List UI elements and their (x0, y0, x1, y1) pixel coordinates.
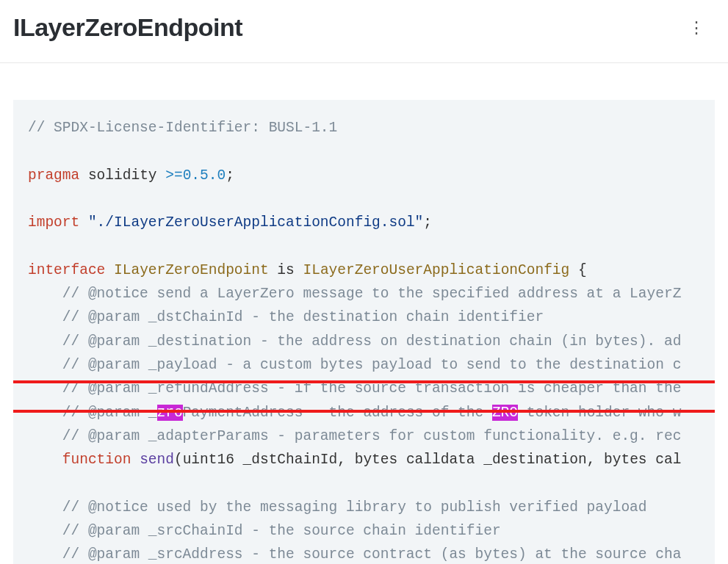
comment-param-5b: PaymentAddress - the address of the (183, 405, 492, 421)
keyword-import: import (28, 214, 79, 231)
semicolon: ; (226, 167, 234, 184)
more-menu-button[interactable]: ⋮ (682, 17, 710, 39)
page-title: ILayerZeroEndpoint (13, 13, 242, 42)
comment-param-5c: token holder who w (518, 405, 681, 421)
comment-param-2: // @param _destination - the address on … (62, 333, 682, 350)
comment-param-8: // @param _srcAddress - the source contr… (62, 546, 682, 563)
comment-notice-1: // @notice send a LayerZero message to t… (62, 286, 682, 302)
operator-gte: >= (165, 167, 182, 184)
import-path: "./ILayerZeroUserApplicationConfig.sol" (88, 214, 423, 231)
comment-param-6: // @param _adapterParams - parameters fo… (62, 428, 682, 444)
comment-param-1: // @param _dstChainId - the destination … (62, 309, 544, 325)
version-literal: 0.5.0 (183, 167, 226, 184)
comment-param-4: // @param _refundAddress - if the source… (62, 380, 682, 397)
code-block: // SPDX-License-Identifier: BUSL-1.1 pra… (13, 100, 715, 564)
type-name: ILayerZeroEndpoint (114, 262, 269, 278)
comment-notice-2: // @notice used by the messaging library… (62, 499, 647, 516)
brace-open: { (569, 262, 586, 278)
semicolon: ; (423, 214, 432, 231)
source-code: // SPDX-License-Identifier: BUSL-1.1 pra… (13, 100, 715, 564)
page-header: ILayerZeroEndpoint ⋮ (0, 0, 728, 63)
highlight-zro-lower: zro (157, 405, 183, 421)
function-signature: (uint16 _dstChainId, bytes calldata _des… (174, 452, 681, 468)
keyword-interface: interface (28, 262, 105, 278)
comment-param-5a: // @param _ (62, 405, 157, 421)
comment-spdx: // SPDX-License-Identifier: BUSL-1.1 (28, 120, 337, 136)
keyword-pragma: pragma (28, 167, 79, 184)
type-parent: ILayerZeroUserApplicationConfig (303, 262, 569, 278)
highlight-zro-upper: ZRO (492, 405, 518, 421)
text-is: is (269, 262, 303, 278)
function-name: send (140, 452, 174, 468)
comment-param-7: // @param _srcChainId - the source chain… (62, 523, 501, 539)
keyword-function: function (62, 452, 131, 468)
text-solidity: solidity (79, 167, 165, 184)
comment-param-3: // @param _payload - a custom bytes payl… (62, 357, 682, 373)
